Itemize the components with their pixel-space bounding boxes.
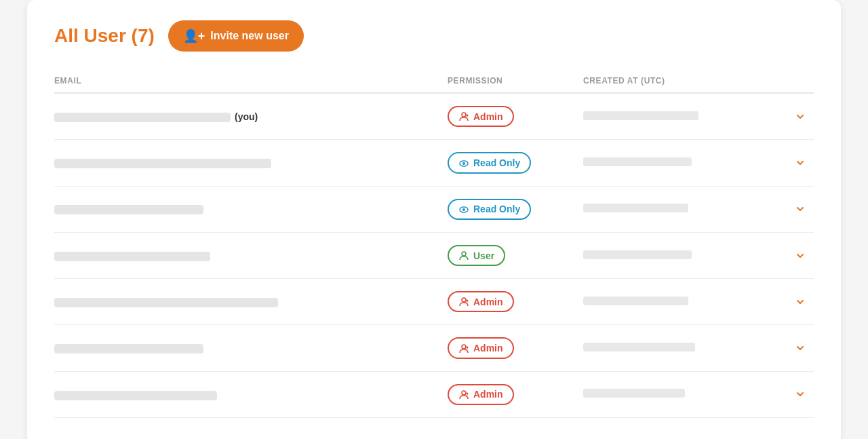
email-cell bbox=[54, 157, 448, 168]
permission-cell: Admin bbox=[448, 106, 583, 127]
permission-badge: User bbox=[448, 245, 505, 266]
page-title: All User (7) bbox=[54, 25, 155, 47]
expand-chevron[interactable] bbox=[787, 388, 814, 400]
email-blurred bbox=[54, 205, 203, 214]
date-blurred bbox=[583, 111, 698, 120]
date-blurred bbox=[583, 157, 692, 166]
table-row: Read Only bbox=[54, 187, 814, 233]
permission-badge: Admin bbox=[448, 106, 514, 127]
permission-cell: Admin bbox=[448, 384, 583, 405]
table-row: (you)Admin bbox=[54, 94, 814, 140]
permission-label: Read Only bbox=[473, 157, 520, 168]
svg-point-6 bbox=[462, 252, 466, 256]
expand-chevron[interactable] bbox=[787, 203, 814, 215]
col-email: EMAIL bbox=[54, 76, 448, 85]
date-cell bbox=[583, 250, 787, 261]
email-blurred bbox=[54, 113, 231, 122]
permission-icon bbox=[458, 342, 469, 354]
permission-icon bbox=[458, 157, 469, 168]
permission-cell: Read Only bbox=[448, 152, 583, 173]
date-cell bbox=[583, 204, 787, 214]
date-blurred bbox=[583, 389, 685, 398]
permission-label: Admin bbox=[473, 297, 503, 307]
email-cell: (you) bbox=[54, 111, 448, 122]
you-label: (you) bbox=[235, 111, 258, 122]
permission-cell: User bbox=[448, 245, 583, 266]
permission-cell: Admin bbox=[448, 337, 583, 358]
permission-badge: Admin bbox=[448, 337, 514, 358]
permission-cell: Read Only bbox=[448, 199, 583, 220]
permission-label: Read Only bbox=[473, 204, 520, 214]
permission-label: Admin bbox=[473, 111, 503, 122]
permission-label: Admin bbox=[473, 389, 503, 400]
permission-label: User bbox=[473, 250, 494, 261]
svg-point-8 bbox=[467, 300, 469, 302]
permission-icon bbox=[458, 389, 469, 400]
table-row: Admin bbox=[54, 279, 814, 325]
invite-new-user-button[interactable]: 👤+ Invite new user bbox=[168, 20, 304, 52]
table-row: Read Only bbox=[54, 140, 814, 186]
svg-point-7 bbox=[462, 298, 466, 302]
table-row: Admin bbox=[54, 372, 814, 418]
date-blurred bbox=[583, 250, 692, 259]
email-blurred bbox=[54, 391, 217, 400]
email-cell bbox=[54, 250, 448, 261]
permission-icon bbox=[458, 250, 469, 261]
page-header: All User (7) 👤+ Invite new user bbox=[54, 20, 814, 52]
email-blurred bbox=[54, 252, 210, 261]
permission-icon bbox=[458, 204, 469, 215]
date-blurred bbox=[583, 343, 695, 351]
email-cell bbox=[54, 204, 448, 214]
svg-point-12 bbox=[467, 393, 469, 395]
email-blurred bbox=[54, 344, 203, 354]
date-cell bbox=[583, 297, 787, 307]
email-blurred bbox=[54, 298, 278, 307]
svg-point-10 bbox=[467, 346, 469, 348]
col-created-at: CREATED AT (UTC) bbox=[583, 76, 787, 85]
expand-chevron[interactable] bbox=[787, 296, 814, 308]
email-cell bbox=[54, 389, 448, 400]
permission-badge: Read Only bbox=[448, 199, 531, 220]
table-row: User bbox=[54, 233, 814, 279]
expand-chevron[interactable] bbox=[787, 157, 814, 169]
expand-chevron[interactable] bbox=[787, 111, 814, 123]
permission-badge: Admin bbox=[448, 384, 514, 405]
permission-badge: Read Only bbox=[448, 152, 531, 173]
date-cell bbox=[583, 389, 787, 400]
svg-point-0 bbox=[462, 113, 466, 117]
col-permission: PERMISSION bbox=[448, 76, 583, 85]
svg-point-9 bbox=[462, 345, 466, 349]
date-cell bbox=[583, 343, 787, 354]
table-header: EMAIL PERMISSION CREATED AT (UTC) bbox=[54, 71, 814, 94]
email-cell bbox=[54, 343, 448, 354]
main-container: All User (7) 👤+ Invite new user EMAIL PE… bbox=[27, 0, 841, 439]
date-cell bbox=[583, 111, 787, 122]
permission-badge: Admin bbox=[448, 291, 514, 312]
permission-icon bbox=[458, 111, 469, 122]
permission-cell: Admin bbox=[448, 291, 583, 312]
date-blurred bbox=[583, 204, 688, 212]
table-row: Admin bbox=[54, 325, 814, 371]
email-cell bbox=[54, 297, 448, 307]
expand-chevron[interactable] bbox=[787, 250, 814, 262]
permission-icon bbox=[458, 296, 469, 307]
date-blurred bbox=[583, 297, 688, 305]
table-body: (you)AdminRead OnlyRead OnlyUserAdminAdm… bbox=[54, 94, 814, 418]
svg-point-3 bbox=[462, 162, 465, 165]
add-user-icon: 👤+ bbox=[183, 28, 205, 43]
email-blurred bbox=[54, 159, 271, 168]
svg-point-11 bbox=[462, 391, 466, 395]
expand-chevron[interactable] bbox=[787, 342, 814, 354]
permission-label: Admin bbox=[473, 343, 503, 354]
svg-point-1 bbox=[467, 115, 469, 117]
date-cell bbox=[583, 157, 787, 168]
svg-point-5 bbox=[462, 208, 465, 211]
